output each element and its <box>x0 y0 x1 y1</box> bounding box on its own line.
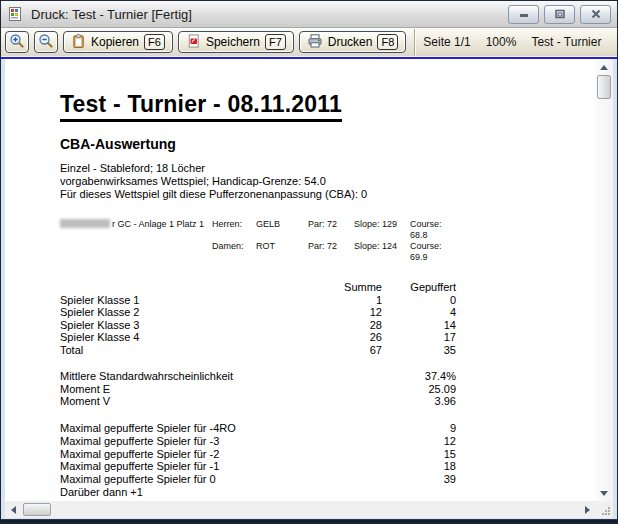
tee-par: Par: 72 <box>308 241 354 263</box>
redacted-club-name <box>60 219 110 228</box>
scroll-down-arrow[interactable] <box>595 485 613 501</box>
magnifier-minus-icon <box>38 33 54 52</box>
printer-icon <box>307 33 323 52</box>
vertical-scroll-thumb[interactable] <box>597 75 611 99</box>
tee-course-rating: Course: 69.9 <box>410 241 456 263</box>
table-row: Spieler Klasse 3 28 14 <box>60 319 456 332</box>
tee-row-label: Herren: <box>212 219 256 241</box>
table-row: Spieler Klasse 2 12 4 <box>60 306 456 319</box>
tee-par: Par: 72 <box>308 219 354 241</box>
tee-color: ROT <box>256 241 308 263</box>
minimize-button[interactable] <box>508 5 539 24</box>
toolbar: Kopieren F6 Speichern F7 <box>1 28 617 56</box>
col-header-gepuffert: Gepuffert <box>382 281 456 294</box>
col-header-summe: Summe <box>308 281 382 294</box>
window-title: Druck: Test - Turnier [Fertig] <box>31 7 508 22</box>
stat-row: Moment V 3.96 <box>60 395 456 408</box>
course-info: r GC - Anlage 1 Platz 1 Herren: GELB Par… <box>60 219 456 263</box>
save-key-label: F7 <box>265 34 286 50</box>
competition-info: Einzel - Stableford; 18 Löcher vorgabenw… <box>60 162 595 201</box>
max-row: Maximal gepufferte Spieler für -3 12 <box>60 435 456 448</box>
magnifier-plus-icon <box>9 33 25 52</box>
max-row: Maximal gepufferte Spieler für -2 15 <box>60 448 456 461</box>
table-row: Spieler Klasse 1 1 0 <box>60 294 456 307</box>
max-row: Maximal gepufferte Spieler für 0 39 <box>60 473 456 486</box>
status-area: Seite 1/1 100% Test - Turnier <box>423 35 601 49</box>
resize-grip[interactable] <box>595 501 613 518</box>
zoom-in-button[interactable] <box>5 31 29 53</box>
max-row: Maximal gepufferte Spieler für -4RO 9 <box>60 422 456 435</box>
document-viewport: Test - Turnier - 08.11.2011 CBA-Auswertu… <box>5 59 595 501</box>
club-name: r GC - Anlage 1 Platz 1 <box>60 219 212 263</box>
status-doc-title: Test - Turnier <box>531 35 601 49</box>
close-button[interactable] <box>580 5 611 24</box>
tee-row-label: Damen: <box>212 241 256 263</box>
table-row: Spieler Klasse 4 26 17 <box>60 331 456 344</box>
tee-course-rating: Course: 68.8 <box>410 219 456 241</box>
scroll-left-arrow[interactable] <box>5 501 21 518</box>
save-button[interactable]: Speichern F7 <box>178 31 294 53</box>
save-button-label: Speichern <box>206 35 260 49</box>
vertical-scrollbar[interactable] <box>595 59 613 501</box>
report-subtitle: CBA-Auswertung <box>60 136 595 152</box>
print-button-label: Drucken <box>328 35 373 49</box>
pdf-icon <box>186 33 201 52</box>
app-icon <box>7 6 25 22</box>
tee-color: GELB <box>256 219 308 241</box>
info-line: vorgabenwirksames Wettspiel; Handicap-Gr… <box>60 175 595 188</box>
max-buffered-block: Maximal gepufferte Spieler für -4RO 9 Ma… <box>60 422 456 498</box>
table-total-row: Total 67 35 <box>60 344 456 357</box>
info-line: Für dieses Wettspiel gilt diese Pufferzo… <box>60 188 595 201</box>
tee-slope: Slope: 129 <box>354 219 410 241</box>
info-line: Einzel - Stableford; 18 Löcher <box>60 162 595 175</box>
copy-button-label: Kopieren <box>91 35 139 49</box>
report-page: Test - Turnier - 08.11.2011 CBA-Auswertu… <box>5 59 595 501</box>
restore-button[interactable] <box>544 5 575 24</box>
print-preview-window: Druck: Test - Turnier [Fertig] <box>0 0 618 524</box>
class-table: Summe Gepuffert Spieler Klasse 1 1 0 Spi… <box>60 281 456 356</box>
toolbar-separator <box>414 29 415 55</box>
horizontal-scrollbar[interactable] <box>5 501 595 518</box>
titlebar[interactable]: Druck: Test - Turnier [Fertig] <box>1 1 617 28</box>
copy-key-label: F6 <box>144 34 165 50</box>
stat-row: Mittlere Standardwahrscheinlichkeit 37.4… <box>60 370 456 383</box>
club-name-suffix: r GC - Anlage 1 Platz 1 <box>112 219 204 230</box>
scroll-up-arrow[interactable] <box>595 59 613 75</box>
report-title: Test - Turnier - 08.11.2011 <box>60 91 342 122</box>
print-button[interactable]: Drucken F8 <box>299 31 407 53</box>
clipboard-icon <box>71 33 86 52</box>
print-key-label: F8 <box>377 34 398 50</box>
window-bottom-frame <box>1 518 617 523</box>
max-row: Maximal gepufferte Spieler für -1 18 <box>60 460 456 473</box>
table-header-row: Summe Gepuffert <box>60 281 456 294</box>
horizontal-scroll-thumb[interactable] <box>23 503 51 516</box>
statistics-block: Mittlere Standardwahrscheinlichkeit 37.4… <box>60 370 456 408</box>
scroll-right-arrow[interactable] <box>579 501 595 518</box>
window-controls <box>508 5 611 24</box>
stat-row: Moment E 25.09 <box>60 383 456 396</box>
darueber-line: Darüber dann +1 <box>60 486 456 499</box>
copy-button[interactable]: Kopieren F6 <box>63 31 173 53</box>
zoom-out-button[interactable] <box>34 31 58 53</box>
tee-slope: Slope: 124 <box>354 241 410 263</box>
page-indicator: Seite 1/1 <box>423 35 470 49</box>
zoom-level: 100% <box>486 35 517 49</box>
